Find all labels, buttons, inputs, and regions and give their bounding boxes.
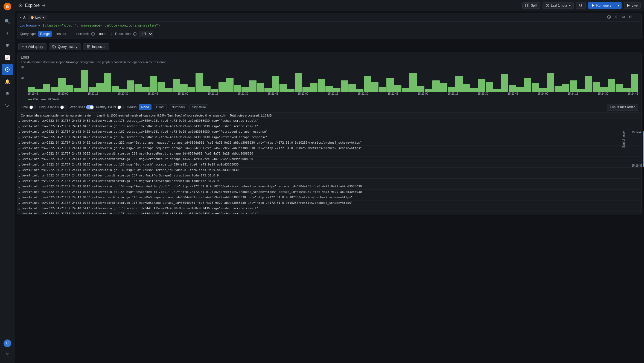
sidebar-item-admin[interactable]: 🛡 [2,100,13,111]
inspector-icon [87,45,91,49]
log-expand-icon[interactable]: ▶ [19,130,21,134]
chart-bar [333,88,340,92]
inspector-button[interactable]: Inspector [83,43,109,50]
log-expand-icon[interactable]: ▶ [19,212,21,214]
dedup-none-button[interactable]: None [139,104,151,110]
prettify-json-toggle[interactable] [117,105,125,109]
chart-bar [524,78,531,92]
datasource-selector[interactable]: L Loki ▾ [28,15,46,20]
sidebar-item-help[interactable]: ? [2,349,13,360]
log-expand-icon[interactable]: ▶ [19,174,21,178]
chart-bar [585,76,592,92]
legend-info: info [28,97,38,101]
panel-letter: A [23,16,26,19]
log-expand-icon[interactable]: ▶ [19,190,21,194]
log-expand-icon[interactable]: ▶ [19,196,21,200]
log-expand-icon[interactable]: ▶ [19,201,21,205]
separator1: | [72,32,72,36]
time-range-button[interactable]: Last 1 hour ▾ [543,2,574,9]
time-toggle[interactable] [29,105,37,109]
log-expand-icon[interactable]: ▶ [19,169,21,173]
log-row[interactable]: ▶level=info ts=2022-04-21T07:24:43.012Z … [18,179,642,184]
split-button[interactable]: Split [522,2,540,9]
content-area: ▾ A L Loki ▾ [15,11,644,363]
instant-button[interactable]: Instant [54,31,68,37]
log-row[interactable]: ▶level=info ts=2022-04-21T07:24:43.013Z … [18,162,642,168]
run-query-dropdown-button[interactable]: ▾ [615,2,622,9]
log-row[interactable]: ▶level=info ts=2022-04-21T07:24:43.013Z … [18,168,642,173]
sidebar-item-search[interactable]: 🔍 [2,16,13,27]
dedup-numbers-button[interactable]: Numbers [169,104,187,110]
chart-bar [203,86,211,92]
log-row[interactable]: ▶level=info ts=2022-04-21T07:24:43.043Z … [18,124,642,129]
svg-text:L: L [32,17,33,19]
log-row[interactable]: ▶level=info ts=2022-04-21T07:24:43.011Z … [18,184,642,190]
log-chart: 40 20 0 15:19:4515:20:0015:20:1515:20:30… [18,66,642,96]
log-expand-icon[interactable]: ▶ [19,163,21,167]
log-row[interactable]: ▶level=info ts=2022-04-21T07:24:40.544Z … [18,211,642,214]
log-row[interactable]: ▶level=info ts=2022-04-21T07:24:40.544Z … [18,206,642,211]
log-browser-button[interactable]: Log browser ▸ [20,24,40,27]
log-expand-icon[interactable]: ▶ [19,147,21,151]
x-label: 15:23:30 [478,92,488,95]
log-row[interactable]: ▶level=info ts=2022-04-21T07:24:43.010Z … [18,195,642,201]
chart-bar [43,84,50,92]
range-button[interactable]: Range [38,31,52,37]
chart-bar [287,89,295,92]
log-expand-icon[interactable]: ▶ [19,207,21,211]
zoom-icon-button[interactable] [576,2,586,9]
log-row[interactable]: ▶level=info ts=2022-04-21T07:24:43.013Z … [18,157,642,162]
log-expand-icon[interactable]: ▶ [19,141,21,145]
log-row[interactable]: ▶level=info ts=2022-04-21T07:24:43.011Z … [18,190,642,195]
sidebar-item-explore2[interactable]: 📈 [2,52,13,63]
dedup-exact-button[interactable]: Exact [154,104,167,110]
sidebar-item-dashboards[interactable]: ⊞ [2,40,13,51]
log-expand-icon[interactable]: ▶ [19,185,21,189]
log-expand-icon[interactable]: ▶ [19,125,21,129]
log-row[interactable]: ▶level=info ts=2022-04-21T07:24:43.040Z … [18,146,642,151]
log-row[interactable]: ▶level=info ts=2022-04-21T07:24:43.042Z … [18,129,642,135]
panel-eye-icon[interactable] [620,14,626,20]
live-button[interactable]: Live [624,2,641,9]
sidebar-item-alerts[interactable]: 🔔 [2,76,13,87]
dedup-signature-button[interactable]: Signature [190,104,208,110]
chevron-down-icon: ▾ [569,4,571,7]
resolution-select[interactable]: 1/1 1/2 1/3 [139,31,153,37]
flip-results-button[interactable]: Flip results order [607,104,638,111]
main-area: Explore Split Last 1 hour ▾ Run query ▾ … [15,0,644,363]
log-row[interactable]: ▶level=info ts=2022-04-21T07:24:43.012Z … [18,173,642,179]
app-logo[interactable]: G [3,2,12,11]
query-input[interactable]: {cluster="ctyun", namespace="cattle-moni… [42,23,639,27]
panel-collapse-button[interactable]: ▾ [20,16,21,19]
panel-delete-icon[interactable] [627,14,633,20]
line-limit-value[interactable]: auto [97,31,108,37]
sidebar-item-config[interactable]: ⚙ [2,88,13,99]
chart-bar [89,87,96,92]
log-row[interactable]: ▶level=info ts=2022-04-21T07:24:43.042Z … [18,135,642,140]
log-row[interactable]: ▶level=info ts=2022-04-21T07:24:43.010Z … [18,201,642,206]
panel-share-icon[interactable] [613,14,619,20]
add-query-button[interactable]: + + Add query [18,43,46,50]
panel-more-icon[interactable]: ··· [634,14,639,20]
log-row[interactable]: ▶level=info ts=2022-04-21T07:24:43.013Z … [18,151,642,157]
x-label: 15:23:15 [448,92,458,95]
panel-clock-icon[interactable] [606,14,612,20]
log-row[interactable]: ▶level=info ts=2022-04-21T07:24:43.043Z … [18,118,642,124]
log-row[interactable]: ▶level=info ts=2022-04-21T07:24:43.040Z … [18,140,642,146]
x-label: 15:20:15 [88,92,98,95]
sidebar-item-new[interactable]: + [2,28,13,39]
sidebar-item-explore[interactable] [2,64,13,75]
log-expand-icon[interactable]: ▶ [19,179,21,184]
chart-bar [486,82,493,92]
run-query-button[interactable]: Run query [588,2,615,9]
wrap-lines-toggle[interactable] [86,105,94,109]
svg-rect-7 [528,4,529,7]
log-expand-icon[interactable]: ▶ [19,152,21,156]
sidebar-item-avatar[interactable]: U [2,338,13,349]
wrap-lines-dot [90,106,93,109]
query-history-button[interactable]: Query history [49,43,81,50]
log-expand-icon[interactable]: ▶ [19,158,21,162]
log-expand-icon[interactable]: ▶ [19,136,21,140]
log-expand-icon[interactable]: ▶ [19,119,21,123]
unique-labels-toggle[interactable] [60,105,68,109]
